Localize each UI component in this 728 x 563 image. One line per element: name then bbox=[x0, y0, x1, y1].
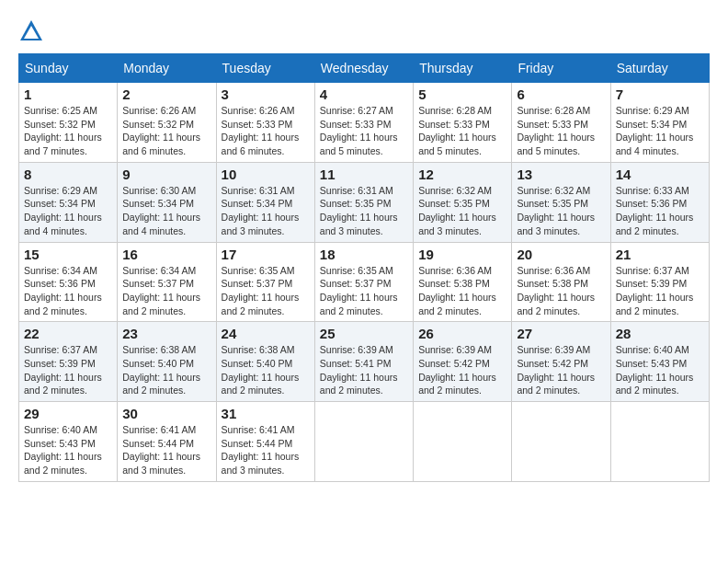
calendar-day-cell bbox=[314, 402, 413, 482]
calendar-day-cell: 12 Sunrise: 6:32 AM Sunset: 5:35 PM Dayl… bbox=[414, 162, 512, 242]
day-info: Sunrise: 6:36 AM Sunset: 5:38 PM Dayligh… bbox=[418, 264, 506, 318]
weekday-header-cell: Sunday bbox=[19, 54, 118, 83]
calendar-day-cell: 17 Sunrise: 6:35 AM Sunset: 5:37 PM Dayl… bbox=[216, 242, 314, 322]
day-info: Sunrise: 6:25 AM Sunset: 5:32 PM Dayligh… bbox=[24, 104, 112, 158]
day-number: 16 bbox=[122, 247, 210, 262]
calendar-day-cell: 13 Sunrise: 6:32 AM Sunset: 5:35 PM Dayl… bbox=[512, 162, 610, 242]
calendar-day-cell: 11 Sunrise: 6:31 AM Sunset: 5:35 PM Dayl… bbox=[314, 162, 413, 242]
day-info: Sunrise: 6:39 AM Sunset: 5:42 PM Dayligh… bbox=[418, 343, 506, 397]
day-number: 10 bbox=[222, 167, 310, 182]
day-number: 13 bbox=[517, 167, 605, 182]
day-info: Sunrise: 6:39 AM Sunset: 5:41 PM Dayligh… bbox=[320, 343, 408, 397]
day-info: Sunrise: 6:37 AM Sunset: 5:39 PM Dayligh… bbox=[616, 264, 704, 318]
day-info: Sunrise: 6:29 AM Sunset: 5:34 PM Dayligh… bbox=[24, 184, 112, 238]
page-header bbox=[18, 18, 710, 44]
day-info: Sunrise: 6:26 AM Sunset: 5:32 PM Dayligh… bbox=[122, 104, 210, 158]
day-number: 11 bbox=[320, 167, 408, 182]
day-number: 4 bbox=[320, 86, 408, 102]
calendar-day-cell: 25 Sunrise: 6:39 AM Sunset: 5:41 PM Dayl… bbox=[314, 322, 413, 402]
calendar-day-cell bbox=[414, 402, 512, 482]
day-number: 14 bbox=[616, 167, 704, 182]
calendar-table: SundayMondayTuesdayWednesdayThursdayFrid… bbox=[18, 53, 710, 482]
calendar-day-cell: 16 Sunrise: 6:34 AM Sunset: 5:37 PM Dayl… bbox=[118, 242, 216, 322]
weekday-header-cell: Wednesday bbox=[314, 54, 413, 83]
day-info: Sunrise: 6:41 AM Sunset: 5:44 PM Dayligh… bbox=[122, 423, 210, 477]
day-info: Sunrise: 6:38 AM Sunset: 5:40 PM Dayligh… bbox=[122, 343, 210, 397]
calendar-day-cell: 3 Sunrise: 6:26 AM Sunset: 5:33 PM Dayli… bbox=[216, 83, 314, 163]
calendar-day-cell: 19 Sunrise: 6:36 AM Sunset: 5:38 PM Dayl… bbox=[414, 242, 512, 322]
day-number: 17 bbox=[222, 247, 310, 262]
day-number: 23 bbox=[122, 326, 210, 341]
calendar-day-cell: 14 Sunrise: 6:33 AM Sunset: 5:36 PM Dayl… bbox=[610, 162, 709, 242]
day-info: Sunrise: 6:26 AM Sunset: 5:33 PM Dayligh… bbox=[222, 104, 310, 158]
calendar-day-cell: 6 Sunrise: 6:28 AM Sunset: 5:33 PM Dayli… bbox=[512, 83, 610, 163]
day-info: Sunrise: 6:39 AM Sunset: 5:42 PM Dayligh… bbox=[517, 343, 605, 397]
weekday-header-cell: Tuesday bbox=[216, 54, 314, 83]
day-number: 27 bbox=[517, 326, 605, 341]
day-info: Sunrise: 6:35 AM Sunset: 5:37 PM Dayligh… bbox=[320, 264, 408, 318]
logo bbox=[18, 18, 48, 44]
calendar-day-cell: 7 Sunrise: 6:29 AM Sunset: 5:34 PM Dayli… bbox=[610, 83, 709, 163]
calendar-day-cell: 30 Sunrise: 6:41 AM Sunset: 5:44 PM Dayl… bbox=[118, 402, 216, 482]
day-number: 12 bbox=[418, 167, 506, 182]
day-info: Sunrise: 6:34 AM Sunset: 5:36 PM Dayligh… bbox=[24, 264, 112, 318]
weekday-header-cell: Friday bbox=[512, 54, 610, 83]
calendar-week-row: 8 Sunrise: 6:29 AM Sunset: 5:34 PM Dayli… bbox=[19, 162, 710, 242]
day-info: Sunrise: 6:33 AM Sunset: 5:36 PM Dayligh… bbox=[616, 184, 704, 238]
calendar-body: 1 Sunrise: 6:25 AM Sunset: 5:32 PM Dayli… bbox=[19, 83, 710, 482]
day-number: 30 bbox=[122, 406, 210, 421]
day-number: 24 bbox=[222, 326, 310, 341]
calendar-day-cell: 10 Sunrise: 6:31 AM Sunset: 5:34 PM Dayl… bbox=[216, 162, 314, 242]
day-info: Sunrise: 6:37 AM Sunset: 5:39 PM Dayligh… bbox=[24, 343, 112, 397]
day-number: 3 bbox=[222, 86, 310, 102]
day-number: 21 bbox=[616, 247, 704, 262]
calendar-day-cell: 23 Sunrise: 6:38 AM Sunset: 5:40 PM Dayl… bbox=[118, 322, 216, 402]
calendar-day-cell: 9 Sunrise: 6:30 AM Sunset: 5:34 PM Dayli… bbox=[118, 162, 216, 242]
calendar-day-cell: 28 Sunrise: 6:40 AM Sunset: 5:43 PM Dayl… bbox=[610, 322, 709, 402]
day-number: 2 bbox=[122, 86, 210, 102]
day-number: 19 bbox=[418, 247, 506, 262]
day-number: 28 bbox=[616, 326, 704, 341]
day-info: Sunrise: 6:28 AM Sunset: 5:33 PM Dayligh… bbox=[418, 104, 506, 158]
logo-icon bbox=[18, 18, 44, 44]
day-number: 7 bbox=[616, 86, 704, 102]
day-number: 5 bbox=[418, 86, 506, 102]
calendar-day-cell: 29 Sunrise: 6:40 AM Sunset: 5:43 PM Dayl… bbox=[19, 402, 118, 482]
day-info: Sunrise: 6:35 AM Sunset: 5:37 PM Dayligh… bbox=[222, 264, 310, 318]
calendar-day-cell: 20 Sunrise: 6:36 AM Sunset: 5:38 PM Dayl… bbox=[512, 242, 610, 322]
day-info: Sunrise: 6:32 AM Sunset: 5:35 PM Dayligh… bbox=[418, 184, 506, 238]
day-number: 29 bbox=[24, 406, 112, 421]
day-info: Sunrise: 6:29 AM Sunset: 5:34 PM Dayligh… bbox=[616, 104, 704, 158]
calendar-day-cell bbox=[512, 402, 610, 482]
day-info: Sunrise: 6:32 AM Sunset: 5:35 PM Dayligh… bbox=[517, 184, 605, 238]
day-number: 18 bbox=[320, 247, 408, 262]
calendar-week-row: 22 Sunrise: 6:37 AM Sunset: 5:39 PM Dayl… bbox=[19, 322, 710, 402]
calendar-day-cell: 18 Sunrise: 6:35 AM Sunset: 5:37 PM Dayl… bbox=[314, 242, 413, 322]
day-number: 25 bbox=[320, 326, 408, 341]
day-info: Sunrise: 6:34 AM Sunset: 5:37 PM Dayligh… bbox=[122, 264, 210, 318]
day-info: Sunrise: 6:27 AM Sunset: 5:33 PM Dayligh… bbox=[320, 104, 408, 158]
calendar-day-cell: 21 Sunrise: 6:37 AM Sunset: 5:39 PM Dayl… bbox=[610, 242, 709, 322]
day-info: Sunrise: 6:38 AM Sunset: 5:40 PM Dayligh… bbox=[222, 343, 310, 397]
day-number: 22 bbox=[24, 326, 112, 341]
day-info: Sunrise: 6:40 AM Sunset: 5:43 PM Dayligh… bbox=[24, 423, 112, 477]
day-info: Sunrise: 6:31 AM Sunset: 5:34 PM Dayligh… bbox=[222, 184, 310, 238]
day-info: Sunrise: 6:41 AM Sunset: 5:44 PM Dayligh… bbox=[222, 423, 310, 477]
calendar-day-cell: 5 Sunrise: 6:28 AM Sunset: 5:33 PM Dayli… bbox=[414, 83, 512, 163]
calendar-week-row: 1 Sunrise: 6:25 AM Sunset: 5:32 PM Dayli… bbox=[19, 83, 710, 163]
calendar-day-cell: 24 Sunrise: 6:38 AM Sunset: 5:40 PM Dayl… bbox=[216, 322, 314, 402]
calendar-day-cell: 1 Sunrise: 6:25 AM Sunset: 5:32 PM Dayli… bbox=[19, 83, 118, 163]
day-number: 6 bbox=[517, 86, 605, 102]
day-number: 31 bbox=[222, 406, 310, 421]
calendar-week-row: 15 Sunrise: 6:34 AM Sunset: 5:36 PM Dayl… bbox=[19, 242, 710, 322]
calendar-day-cell: 8 Sunrise: 6:29 AM Sunset: 5:34 PM Dayli… bbox=[19, 162, 118, 242]
day-number: 15 bbox=[24, 247, 112, 262]
day-number: 20 bbox=[517, 247, 605, 262]
day-number: 9 bbox=[122, 167, 210, 182]
calendar-day-cell: 4 Sunrise: 6:27 AM Sunset: 5:33 PM Dayli… bbox=[314, 83, 413, 163]
calendar-day-cell: 31 Sunrise: 6:41 AM Sunset: 5:44 PM Dayl… bbox=[216, 402, 314, 482]
day-info: Sunrise: 6:28 AM Sunset: 5:33 PM Dayligh… bbox=[517, 104, 605, 158]
day-info: Sunrise: 6:31 AM Sunset: 5:35 PM Dayligh… bbox=[320, 184, 408, 238]
weekday-header-cell: Saturday bbox=[610, 54, 709, 83]
day-info: Sunrise: 6:40 AM Sunset: 5:43 PM Dayligh… bbox=[616, 343, 704, 397]
